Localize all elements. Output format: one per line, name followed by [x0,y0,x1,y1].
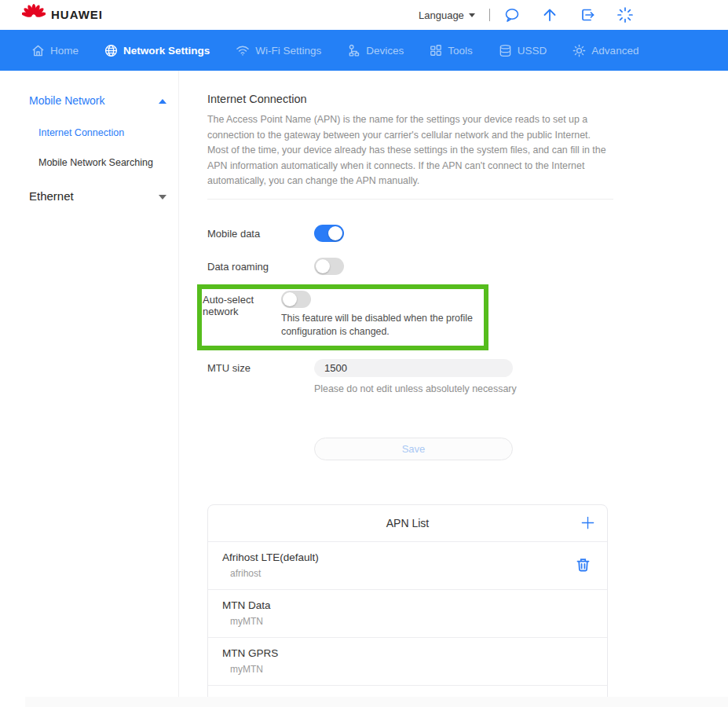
toggle-knob [328,226,342,240]
huawei-logo: HUAWEI [22,4,103,24]
plus-icon[interactable] [580,515,595,531]
apn-description: The Access Point Name (APN) is the name … [207,112,613,189]
apn-name: Afrihost LTE(default) [222,551,573,563]
brand-name: HUAWEI [51,8,103,21]
top-bar-actions: Language [419,0,635,30]
mtu-size-row: MTU size Please do not edit unless absol… [207,359,613,394]
nav-label: Home [50,45,79,57]
chevron-down-icon [469,13,475,17]
page-title: Internet Connection [207,93,613,105]
apn-name: MTN Data [222,599,593,611]
nav-label: Devices [366,45,404,57]
apn-value: afrihost [230,568,573,579]
logout-icon[interactable] [578,5,597,24]
nav-item-wifi-settings[interactable]: Wi-Fi Settings [236,44,321,57]
chevron-down-icon [159,195,166,200]
sidebar-group-label: Mobile Network [29,94,104,107]
devices-icon [347,44,360,57]
page-bottom-strip [25,697,728,707]
highlight-annotation-box: Auto-select network This feature will be… [197,284,488,350]
nav-label: Tools [448,45,473,57]
apn-value: myMTN [230,664,593,675]
mobile-data-label: Mobile data [207,225,314,240]
mtu-hint: Please do not edit unless absolutely nec… [314,383,517,394]
apn-value: myMTN [230,616,593,627]
main-nav: Home Network Settings Wi-Fi Settings Dev… [0,30,728,71]
sidebar-group-ethernet[interactable]: Ethernet [29,188,178,204]
nav-item-devices[interactable]: Devices [347,44,404,57]
chevron-up-icon [159,99,166,104]
apn-list-item[interactable]: Afrihost LTE(default) afrihost [208,541,607,589]
language-dropdown[interactable]: Language [419,9,475,21]
apn-list-card: APN List Afrihost LTE(default) afrihost [207,504,608,707]
nav-label: USSD [518,45,547,57]
apn-list-item[interactable]: MTN Data myMTN [208,589,607,637]
toggle-knob [316,259,330,273]
sidebar-divider [178,71,179,707]
apn-list-item[interactable]: MTN GPRS myMTN [208,637,607,685]
top-bar: HUAWEI Language [0,0,728,30]
apn-list-title: APN List [386,517,429,529]
nav-label: Advanced [591,45,638,57]
nav-item-home[interactable]: Home [31,44,79,57]
sidebar-group-mobile-network[interactable]: Mobile Network [29,93,178,108]
apn-name: MTN GPRS [222,647,593,659]
chat-icon[interactable] [503,5,521,24]
router-admin-page: HUAWEI Language [0,0,728,707]
data-roaming-toggle[interactable] [314,258,344,275]
mtu-size-input[interactable] [314,359,513,377]
nav-item-network-settings[interactable]: Network Settings [104,44,210,57]
delete-icon[interactable] [573,555,593,575]
globe-icon [104,44,118,57]
nav-item-advanced[interactable]: Advanced [573,44,638,57]
upload-arrow-icon[interactable] [540,5,559,24]
mtu-size-label: MTU size [207,359,314,374]
sidebar-item-mobile-network-searching[interactable]: Mobile Network Searching [38,157,178,168]
auto-select-network-toggle[interactable] [281,291,311,308]
home-icon [31,44,45,57]
sidebar-group-label: Ethernet [29,189,74,203]
main-content: Internet Connection The Access Point Nam… [207,93,613,707]
divider [489,9,490,21]
loading-spinner-icon[interactable] [616,5,635,24]
save-button-container: Save [207,438,613,460]
database-icon [499,44,512,57]
data-roaming-label: Data roaming [207,258,314,273]
save-button[interactable]: Save [314,438,513,460]
apn-list-header: APN List [208,505,607,541]
sidebar-item-internet-connection[interactable]: Internet Connection [38,127,178,138]
nav-label: Network Settings [123,45,210,57]
sidebar: Mobile Network Internet Connection Mobil… [29,93,178,204]
data-roaming-row: Data roaming [207,258,613,275]
auto-select-network-label: Auto-select network [203,291,281,317]
gear-icon [573,44,586,57]
mobile-data-toggle[interactable] [314,225,344,242]
huawei-flower-icon [22,4,46,24]
mobile-data-row: Mobile data [207,225,613,242]
language-label: Language [419,9,464,21]
wifi-icon [236,44,250,57]
auto-select-network-row: Auto-select network This feature will be… [203,291,477,339]
nav-item-ussd[interactable]: USSD [499,44,547,57]
auto-select-hint: This feature will be disabled when the p… [281,312,477,339]
tools-grid-icon [430,44,442,57]
nav-label: Wi-Fi Settings [255,45,321,57]
section-divider [207,199,613,200]
nav-item-tools[interactable]: Tools [430,44,473,57]
toggle-knob [283,292,297,306]
